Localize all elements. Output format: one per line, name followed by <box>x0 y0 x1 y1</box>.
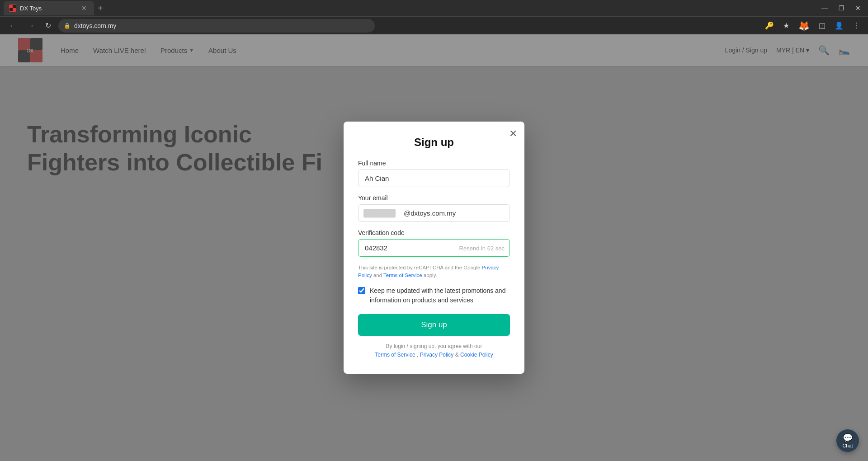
agreement-notice: By login / signing up, you agree with ou… <box>358 342 510 359</box>
website: DX Home Watch LIVE here! Products ▼ Abou… <box>0 34 868 461</box>
menu-icon[interactable]: ⋮ <box>850 19 863 32</box>
svg-rect-1 <box>13 5 16 8</box>
window-controls: — ❐ ✕ <box>818 3 864 14</box>
chat-widget[interactable]: 💬 Chat <box>836 429 859 452</box>
toolbar-right: 🔑 ★ 🦊 ◫ 👤 ⋮ <box>762 19 863 33</box>
cookie-policy-link[interactable]: Cookie Policy <box>460 352 493 358</box>
resend-countdown-text: Resend in 62 sec <box>459 245 505 251</box>
signup-modal: ✕ Sign up Full name Your email ██████ Ve… <box>344 122 524 374</box>
chat-icon: 💬 <box>843 433 853 443</box>
minimize-button[interactable]: — <box>818 3 831 14</box>
new-tab-button[interactable]: + <box>94 3 107 14</box>
password-manager-icon[interactable]: 🔑 <box>762 19 777 32</box>
newsletter-checkbox-label: Keep me updated with the latest promotio… <box>370 286 510 305</box>
tab-favicon <box>9 5 16 12</box>
tab-title-text: DX Toys <box>20 5 76 12</box>
svg-rect-2 <box>9 8 13 11</box>
maximize-button[interactable]: ❐ <box>835 3 848 14</box>
browser-titlebar: DX Toys ✕ + — ❐ ✕ <box>0 0 868 16</box>
privacy-policy-link-2[interactable]: Privacy Policy <box>420 352 454 358</box>
url-text: dxtoys.com.my <box>74 22 116 29</box>
full-name-label: Full name <box>358 160 510 167</box>
modal-title: Sign up <box>358 136 510 149</box>
reload-button[interactable]: ↻ <box>42 19 55 32</box>
address-bar[interactable]: 🔒 dxtoys.com.my <box>58 19 375 33</box>
verification-input-wrapper: Resend in 62 sec <box>358 239 510 257</box>
svg-rect-3 <box>13 8 16 11</box>
signup-button[interactable]: Sign up <box>358 314 510 336</box>
full-name-group: Full name <box>358 160 510 187</box>
email-label: Your email <box>358 194 510 202</box>
chat-label: Chat <box>842 443 853 448</box>
browser-toolbar: ← → ↻ 🔒 dxtoys.com.my 🔑 ★ 🦊 ◫ 👤 ⋮ <box>0 16 868 34</box>
verification-label: Verification code <box>358 229 510 236</box>
email-input-wrapper: ██████ <box>358 204 510 222</box>
forward-button[interactable]: → <box>24 20 38 32</box>
extension-fox-icon[interactable]: 🦊 <box>796 19 812 33</box>
back-button[interactable]: ← <box>5 20 20 32</box>
modal-backdrop: ✕ Sign up Full name Your email ██████ Ve… <box>0 34 868 461</box>
recaptcha-notice: This site is protected by reCAPTCHA and … <box>358 264 510 280</box>
lock-icon: 🔒 <box>64 23 71 29</box>
close-window-button[interactable]: ✕ <box>852 3 864 14</box>
newsletter-checkbox-row: Keep me updated with the latest promotio… <box>358 286 510 305</box>
terms-of-service-link[interactable]: Terms of Service <box>383 273 422 278</box>
full-name-input[interactable] <box>358 169 510 187</box>
modal-close-button[interactable]: ✕ <box>509 129 517 139</box>
email-prefix-block: ██████ <box>363 209 396 217</box>
profile-icon[interactable]: 👤 <box>832 19 846 32</box>
terms-of-service-link-2[interactable]: Terms of Service <box>375 352 415 358</box>
email-group: Your email ██████ <box>358 194 510 222</box>
extensions-icon[interactable]: ◫ <box>816 19 828 32</box>
tab-close-button[interactable]: ✕ <box>80 4 89 13</box>
svg-rect-0 <box>9 5 13 8</box>
bookmark-icon[interactable]: ★ <box>780 19 792 32</box>
newsletter-checkbox[interactable] <box>358 287 365 294</box>
browser-tab[interactable]: DX Toys ✕ <box>4 1 94 15</box>
verification-group: Verification code Resend in 62 sec <box>358 229 510 257</box>
